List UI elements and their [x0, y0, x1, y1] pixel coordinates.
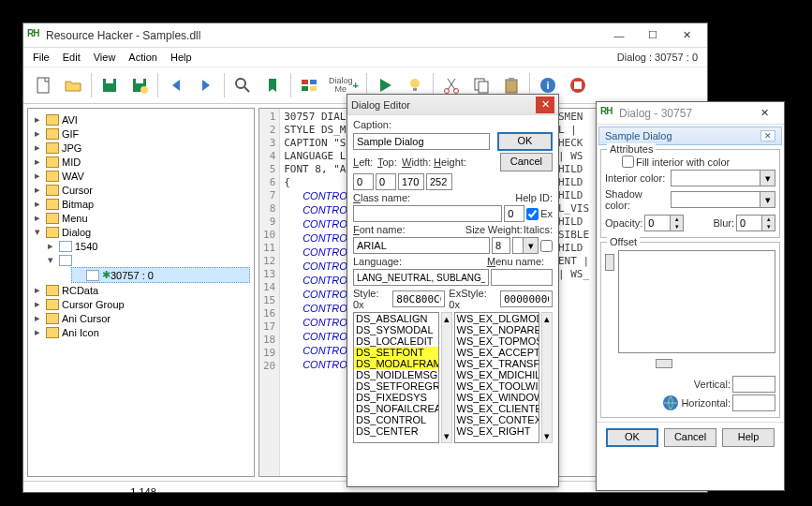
- style-option[interactable]: DS_CENTER: [354, 425, 438, 437]
- exstyle-option[interactable]: WS_EX_RIGHT: [455, 425, 539, 437]
- helpid-input[interactable]: [504, 205, 524, 222]
- tree-node[interactable]: ▸GIF: [32, 126, 250, 141]
- horizontal-slider[interactable]: [618, 357, 775, 370]
- exstyle-input[interactable]: [500, 290, 553, 307]
- tree-node[interactable]: ▸MID: [32, 155, 250, 169]
- style-option[interactable]: DS_NOIDLEMSG: [354, 369, 438, 380]
- maximize-button[interactable]: ☐: [636, 25, 670, 46]
- tree-node[interactable]: ▸Cursor: [32, 183, 250, 197]
- exstyle-option[interactable]: WS_EX_TOPMOST: [455, 335, 539, 347]
- fill-checkbox[interactable]: [622, 156, 634, 168]
- tree-node[interactable]: ▸AVI: [32, 112, 250, 126]
- dialog-editor-close[interactable]: ✕: [536, 97, 554, 113]
- minimize-button[interactable]: —: [602, 25, 636, 46]
- tree-node[interactable]: ▸Ani Icon: [32, 325, 250, 339]
- ex-checkbox[interactable]: [526, 208, 539, 220]
- style-option[interactable]: DS_SETFONT: [354, 347, 438, 358]
- font-input[interactable]: [353, 237, 490, 254]
- tree-node[interactable]: ▸WAV: [32, 169, 250, 183]
- tree-node[interactable]: ▸Cursor Group: [32, 297, 250, 311]
- tree-node[interactable]: ▸Menu: [32, 211, 250, 225]
- opacity-spinner[interactable]: ▴▾: [644, 215, 684, 231]
- style-option[interactable]: DS_MODALFRAME: [354, 358, 438, 369]
- style-option[interactable]: DS_FIXEDSYS: [354, 392, 438, 403]
- tree-node[interactable]: ▸Bitmap: [32, 197, 250, 211]
- exstyle-option[interactable]: WS_EX_WINDOWEDGE: [455, 392, 539, 403]
- sample-close-icon[interactable]: ✕: [760, 130, 775, 141]
- preview-ok-button[interactable]: OK: [606, 428, 658, 447]
- stop-button[interactable]: [564, 71, 592, 99]
- style-option[interactable]: DS_SETFOREGROUND: [354, 380, 438, 392]
- tree-node[interactable]: ▸JPG: [32, 141, 250, 155]
- class-input[interactable]: [353, 205, 502, 222]
- ok-button[interactable]: OK: [497, 132, 553, 151]
- tree-node[interactable]: ✱ 30757 : 0: [71, 267, 250, 283]
- exstyle-option[interactable]: WS_EX_MDICHILD: [455, 369, 539, 380]
- scrollbar[interactable]: ▴▾: [541, 312, 553, 443]
- exstyle-option[interactable]: WS_EX_TRANSPARENT: [455, 358, 539, 369]
- tree-node[interactable]: ▾: [45, 253, 250, 267]
- language-input[interactable]: [353, 269, 489, 286]
- menu-file[interactable]: File: [27, 50, 55, 65]
- tree-node[interactable]: ▸1540: [45, 239, 250, 253]
- style-option[interactable]: DS_CONTROL: [354, 414, 438, 425]
- vertical-input[interactable]: [732, 376, 775, 393]
- menu-action[interactable]: Action: [123, 50, 163, 65]
- new-button[interactable]: [29, 71, 57, 99]
- style-option[interactable]: DS_ABSALIGN: [354, 313, 438, 324]
- preview-help-button[interactable]: Help: [722, 428, 775, 447]
- top-input[interactable]: [376, 173, 396, 190]
- style-option[interactable]: DS_NOFAILCREATE: [354, 403, 438, 414]
- caption-input[interactable]: [353, 133, 490, 150]
- app-icon: RH: [600, 106, 615, 121]
- tree-node[interactable]: ▸RCData: [32, 283, 250, 297]
- tree-node[interactable]: ▾Dialog: [32, 225, 250, 239]
- italics-label: Italics:: [524, 224, 553, 235]
- menu-view[interactable]: View: [88, 50, 122, 65]
- menu-help[interactable]: Help: [165, 50, 198, 65]
- styles-listbox[interactable]: DS_ABSALIGNDS_SYSMODALDS_LOCALEDITDS_SET…: [353, 312, 439, 443]
- weight-select[interactable]: ▾: [512, 237, 539, 254]
- interior-color-select[interactable]: ▾: [671, 170, 775, 186]
- exstyle-option[interactable]: WS_EX_NOPARENTNOTI: [455, 324, 539, 335]
- close-button[interactable]: ✕: [670, 25, 703, 46]
- save-button[interactable]: [96, 71, 124, 99]
- save-as-button[interactable]: [125, 71, 154, 99]
- forward-button[interactable]: [192, 71, 220, 99]
- shadow-color-select[interactable]: ▾: [671, 191, 775, 208]
- exstyles-listbox[interactable]: WS_EX_DLGMODALFRAMWS_EX_NOPARENTNOTIWS_E…: [454, 312, 540, 443]
- italics-checkbox[interactable]: [540, 240, 553, 252]
- resource-button[interactable]: [295, 71, 323, 99]
- style-option[interactable]: DS_LOCALEDIT: [354, 335, 438, 347]
- line-gutter: 1234567891011121314151617181920: [259, 109, 280, 476]
- size-input[interactable]: [492, 237, 510, 254]
- horizontal-input[interactable]: [732, 394, 775, 411]
- vertical-slider[interactable]: [603, 250, 616, 353]
- cancel-button[interactable]: Cancel: [500, 153, 553, 171]
- svg-rect-7: [302, 80, 308, 84]
- resource-tree[interactable]: ▸AVI▸GIF▸JPG▸MID▸WAV▸Cursor▸Bitmap▸Menu▾…: [27, 108, 255, 477]
- open-button[interactable]: [59, 71, 87, 99]
- exstyle-option[interactable]: WS_EX_CLIENTEDGE: [455, 403, 539, 414]
- style-input[interactable]: [392, 290, 445, 307]
- exstyle-option[interactable]: WS_EX_ACCEPTFILES: [455, 347, 539, 358]
- bookmark-button[interactable]: [258, 71, 287, 99]
- exstyle-option[interactable]: WS_EX_CONTEXTHELP: [455, 414, 539, 425]
- exstyle-option[interactable]: WS_EX_DLGMODALFRAM: [455, 313, 539, 324]
- style-option[interactable]: DS_SYSMODAL: [354, 324, 438, 335]
- blur-spinner[interactable]: ▴▾: [736, 215, 775, 231]
- exstyle-option[interactable]: WS_EX_TOOLWINDOW: [455, 380, 539, 392]
- menu-label: Menu name:: [487, 256, 553, 267]
- search-button[interactable]: [229, 71, 257, 99]
- height-input[interactable]: [426, 173, 452, 190]
- back-button[interactable]: [162, 71, 190, 99]
- dialog-preview-window: RH Dialog - 30757 ✕ Sample Dialog ✕ Attr…: [596, 101, 785, 491]
- preview-cancel-button[interactable]: Cancel: [664, 428, 716, 447]
- left-input[interactable]: [353, 173, 374, 190]
- menu-edit[interactable]: Edit: [57, 50, 86, 65]
- preview-close[interactable]: ✕: [748, 103, 780, 124]
- width-input[interactable]: [398, 173, 424, 190]
- menu-input[interactable]: [491, 269, 553, 286]
- scrollbar[interactable]: ▴▾: [441, 312, 452, 443]
- tree-node[interactable]: ▸Ani Cursor: [32, 311, 250, 325]
